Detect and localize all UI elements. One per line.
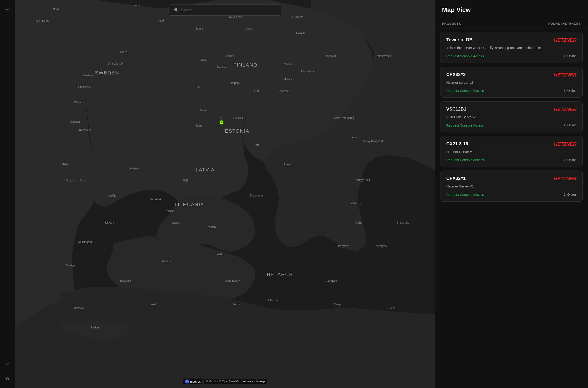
map-attribution: m mapbox © Mapbox © OpenStreetMap Improv… [15,379,435,384]
server-card-bottom: Request Console Access 🖥 Online [446,89,577,93]
back-button[interactable]: ← [3,4,12,14]
server-description: Hetzner server #2 [446,80,577,85]
server-marker-helsinki[interactable] [220,121,223,124]
mapbox-logo-text: mapbox [190,380,201,383]
request-console-button[interactable]: Request Console Access [446,54,484,58]
attribution-text: © Mapbox © OpenStreetMap Improve this ma… [204,379,267,384]
online-status: 🖥 Online [563,54,577,58]
server-card-cx21-8-16: CX21-8-16 HETZNER Hetzner Server #1 Requ… [440,136,583,167]
sidebar: ← ⌕ ⚙ [0,0,15,388]
products-column-label: PRODUCTS [442,22,461,25]
server-card-cpx32-1: CPX32#1 HETZNER Hetzner Server #1 Reques… [440,170,583,202]
search-sidebar-button[interactable]: ⌕ [3,359,12,368]
settings-icon: ⚙ [6,377,9,382]
monitor-icon: 🖥 [563,158,566,162]
server-card-bottom: Request Console Access 🖥 Online [446,193,577,196]
right-panel: Map View PRODUCTS FOUND INSTANCES Tower … [435,0,588,388]
server-card-cpx32-2: CPX32#2 HETZNER Hetzner server #2 Reques… [440,67,583,98]
server-card-top: CX21-8-16 HETZNER [446,141,577,147]
mapbox-logo: m mapbox [183,379,202,384]
city-dot-riga [220,117,222,119]
server-card-top: Tower of DB HETZNER [446,37,577,43]
server-name: CPX32#1 [446,176,466,181]
hetzner-logo: HETZNER [554,176,577,182]
server-card-bottom: Request Console Access 🖥 Online [446,54,577,58]
settings-button[interactable]: ⚙ [3,374,12,384]
server-name: CPX32#2 [446,72,466,77]
hetzner-logo: HETZNER [554,37,577,43]
server-card-tower-of-db: Tower of DB HETZNER This is the server w… [440,32,583,63]
hetzner-logo: HETZNER [554,141,577,147]
search-input[interactable] [181,8,276,12]
server-card-bottom: Request Console Access 🖥 Online [446,158,577,162]
server-name: VSC12B1 [446,106,466,112]
monitor-icon: 🖥 [563,193,566,196]
online-status: 🖥 Online [563,158,577,162]
request-console-button[interactable]: Request Console Access [446,89,484,93]
server-description: Hetzner Server #1 [446,184,577,189]
status-text: Online [567,158,577,162]
status-text: Online [567,89,577,93]
instances-column-label: FOUND INSTANCES [548,22,581,25]
monitor-icon: 🖥 [563,123,566,127]
server-card-top: CPX32#1 HETZNER [446,176,577,182]
server-description: Hetzner Server #1 [446,149,577,154]
online-status: 🖥 Online [563,193,577,196]
mapbox-logo-circle: m [185,379,189,384]
server-description: This is the server where Coolify is runn… [446,45,577,50]
status-text: Online [567,193,577,196]
online-status: 🖥 Online [563,123,577,127]
hetzner-logo: HETZNER [554,106,577,112]
map-container[interactable]: SwedenFinlandEstoniaLatviaLithuaniaBelar… [15,0,435,388]
server-name: CX21-8-16 [446,141,468,146]
monitor-icon: 🖥 [563,54,566,58]
map-svg [15,0,435,388]
server-card-top: VSC12B1 HETZNER [446,106,577,112]
status-text: Online [567,54,577,58]
online-status: 🖥 Online [563,89,577,93]
request-console-button[interactable]: Request Console Access [446,158,484,162]
servers-list: Tower of DB HETZNER This is the server w… [435,28,588,205]
column-headers: PRODUCTS FOUND INSTANCES [435,18,588,28]
server-description: Vultr Build Server #2 [446,115,577,120]
map-view-title: Map View [442,6,581,14]
server-card-top: CPX32#2 HETZNER [446,72,577,78]
monitor-icon: 🖥 [563,89,566,93]
map-background: SwedenFinlandEstoniaLatviaLithuaniaBelar… [15,0,435,388]
back-icon: ← [5,6,10,12]
right-panel-header: Map View [435,0,588,18]
map-search-bar[interactable]: 🔍 [169,4,281,16]
server-name: Tower of DB [446,37,472,42]
search-sidebar-icon: ⌕ [6,361,9,366]
hetzner-logo: HETZNER [554,72,577,78]
request-console-button[interactable]: Request Console Access [446,123,484,127]
status-text: Online [567,123,577,127]
server-card-bottom: Request Console Access 🖥 Online [446,123,577,127]
server-card-vsc12b1: VSC12B1 HETZNER Vultr Build Server #2 Re… [440,101,583,132]
search-icon: 🔍 [174,8,179,12]
request-console-button[interactable]: Request Console Access [446,193,484,196]
